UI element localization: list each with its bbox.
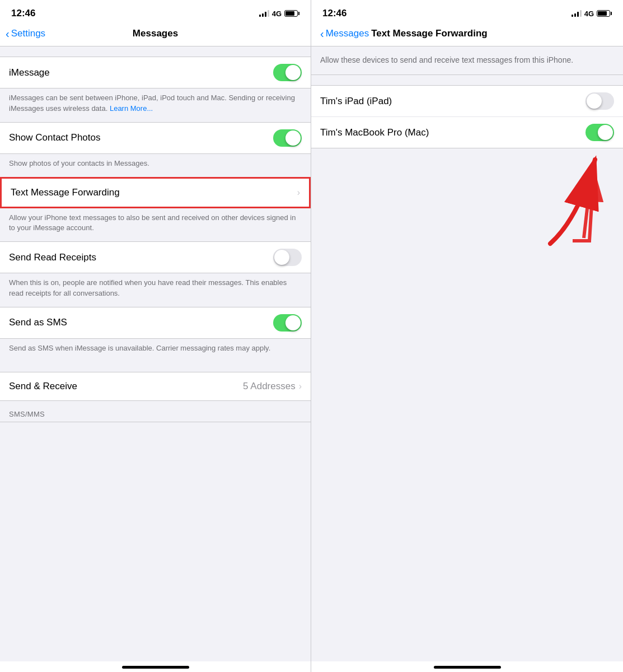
- imessage-label: iMessage: [9, 67, 50, 78]
- right-status-icons: 4G: [572, 10, 612, 18]
- read-receipts-group: Send Read Receipts: [0, 241, 311, 273]
- left-home-bar: [122, 666, 189, 669]
- left-status-bar: 12:46 4G: [0, 0, 311, 24]
- ipad-label: Tim's iPad (iPad): [320, 96, 392, 107]
- send-sms-row[interactable]: Send as SMS: [0, 307, 311, 338]
- forwarding-chevron-icon: ›: [297, 188, 300, 198]
- contact-photos-label: Show Contact Photos: [9, 132, 100, 143]
- macbook-row[interactable]: Tim's MacBook Pro (Mac): [311, 117, 623, 148]
- left-status-time: 12:46: [11, 8, 35, 19]
- send-receive-count: 5 Addresses: [243, 381, 296, 392]
- forwarding-label: Text Message Forwarding: [11, 187, 120, 198]
- forwarding-value: ›: [297, 188, 300, 198]
- right-phone-panel: 12:46 4G ‹ Messages Text Message Forward…: [311, 0, 623, 672]
- left-content: iMessage iMessages can be sent between i…: [0, 46, 311, 661]
- right-nav-title: Text Message Forwarding: [371, 28, 488, 39]
- send-receive-group: Send & Receive 5 Addresses ›: [0, 372, 311, 401]
- contact-photos-description: Show photos of your contacts in Messages…: [0, 154, 311, 177]
- macbook-label: Tim's MacBook Pro (Mac): [320, 127, 429, 138]
- imessage-toggle[interactable]: [273, 64, 302, 81]
- macbook-toggle[interactable]: [585, 124, 614, 141]
- contact-photos-row[interactable]: Show Contact Photos: [0, 123, 311, 153]
- left-back-button[interactable]: ‹ Settings: [6, 28, 45, 39]
- arrow-annotation-area: [311, 148, 623, 260]
- imessage-group: iMessage: [0, 57, 311, 88]
- right-status-bar: 12:46 4G: [311, 0, 623, 24]
- forwarding-highlighted-group: Text Message Forwarding ›: [0, 177, 311, 208]
- forwarding-description: Allow your iPhone text messages to also …: [0, 208, 311, 242]
- right-nav-header: ‹ Messages Text Message Forwarding: [311, 24, 623, 46]
- imessage-row[interactable]: iMessage: [0, 57, 311, 88]
- send-sms-label: Send as SMS: [9, 317, 67, 328]
- learn-more-link[interactable]: Learn More...: [110, 104, 153, 113]
- signal-bars-icon: [259, 10, 269, 17]
- devices-group: Tim's iPad (iPad) Tim's MacBook Pro (Mac…: [311, 85, 623, 148]
- right-description: Allow these devices to send and receive …: [311, 46, 623, 75]
- right-home-indicator: [311, 661, 623, 672]
- imessage-description: iMessages can be sent between iPhone, iP…: [0, 88, 311, 122]
- send-sms-toggle[interactable]: [273, 314, 302, 332]
- right-network-label: 4G: [584, 10, 594, 18]
- send-sms-description: Send as SMS when iMessage is unavailable…: [0, 339, 311, 362]
- network-label: 4G: [272, 10, 282, 18]
- left-status-icons: 4G: [259, 10, 299, 18]
- battery-icon: [284, 10, 299, 17]
- right-back-label: Messages: [326, 28, 369, 39]
- left-home-indicator: [0, 661, 311, 672]
- red-arrow-indicator: [522, 151, 612, 252]
- right-content: Allow these devices to send and receive …: [311, 46, 623, 661]
- right-status-time: 12:46: [322, 8, 346, 19]
- ipad-row[interactable]: Tim's iPad (iPad): [311, 86, 623, 117]
- back-chevron-icon: ‹: [6, 28, 10, 39]
- left-nav-header: ‹ Settings Messages: [0, 24, 311, 46]
- contact-photos-toggle[interactable]: [273, 129, 302, 147]
- ipad-toggle[interactable]: [585, 92, 614, 110]
- left-nav-title: Messages: [133, 28, 178, 39]
- smsmms-section-label: SMS/MMS: [0, 401, 311, 422]
- left-phone-panel: 12:46 4G ‹ Settings Messages: [0, 0, 311, 672]
- forwarding-row[interactable]: Text Message Forwarding ›: [2, 179, 309, 207]
- right-battery-icon: [597, 10, 612, 17]
- send-receive-chevron-icon: ›: [299, 381, 302, 391]
- contact-photos-group: Show Contact Photos: [0, 122, 311, 154]
- read-receipts-toggle[interactable]: [273, 249, 302, 266]
- read-receipts-description: When this is on, people are notified whe…: [0, 273, 311, 307]
- send-receive-label: Send & Receive: [9, 381, 77, 392]
- send-receive-row[interactable]: Send & Receive 5 Addresses ›: [0, 372, 311, 400]
- right-home-bar: [434, 666, 501, 669]
- read-receipts-label: Send Read Receipts: [9, 252, 96, 263]
- left-back-label: Settings: [11, 28, 45, 39]
- right-signal-bars-icon: [572, 10, 582, 17]
- right-back-chevron-icon: ‹: [320, 28, 324, 39]
- right-back-button[interactable]: ‹ Messages: [320, 28, 369, 39]
- send-sms-group: Send as SMS: [0, 307, 311, 339]
- read-receipts-row[interactable]: Send Read Receipts: [0, 242, 311, 273]
- send-receive-value: 5 Addresses ›: [243, 381, 302, 392]
